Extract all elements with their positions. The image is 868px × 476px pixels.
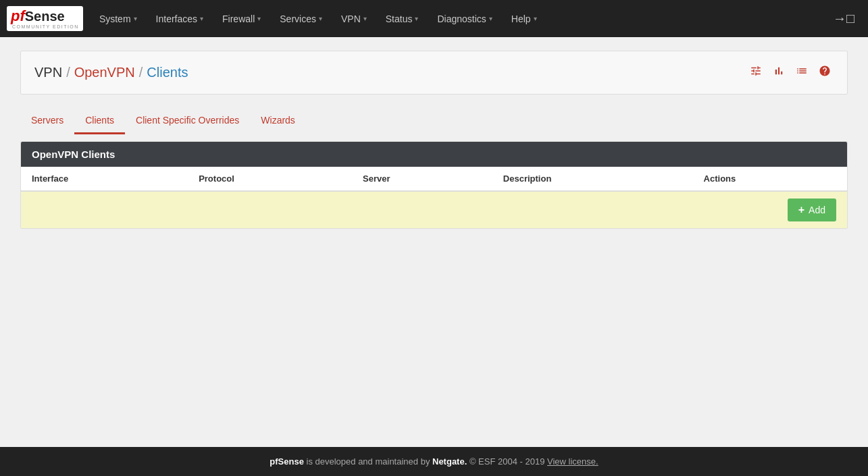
page-header: VPN / OpenVPN / Clients — [20, 51, 848, 95]
chevron-down-icon: ▾ — [257, 15, 261, 22]
nav-link-diagnostics[interactable]: Diagnostics ▾ — [428, 0, 501, 37]
col-actions: Actions — [693, 167, 847, 191]
breadcrumb: VPN / OpenVPN / Clients — [34, 65, 188, 80]
nav-item-firewall[interactable]: Firewall ▾ — [213, 0, 270, 37]
navbar: pf Sense COMMUNITY EDITION System ▾ Inte… — [0, 0, 868, 37]
breadcrumb-current: Clients — [147, 65, 188, 80]
col-description: Description — [492, 167, 693, 191]
navbar-right: →□ — [826, 11, 861, 26]
table-header-row: Interface Protocol Server Description Ac… — [21, 167, 847, 191]
panel-title: OpenVPN Clients — [21, 142, 847, 167]
nav-item-vpn[interactable]: VPN ▾ — [332, 0, 376, 37]
clients-table: Interface Protocol Server Description Ac… — [21, 167, 847, 192]
chevron-down-icon: ▾ — [200, 15, 203, 22]
nav-menu: System ▾ Interfaces ▾ Firewall ▾ Service… — [90, 0, 826, 37]
openvpn-clients-panel: OpenVPN Clients Interface Protocol Serve… — [20, 141, 848, 229]
nav-link-services[interactable]: Services ▾ — [270, 0, 332, 37]
nav-link-vpn[interactable]: VPN ▾ — [332, 0, 376, 37]
chevron-down-icon: ▾ — [489, 15, 492, 22]
chevron-down-icon: ▾ — [415, 15, 418, 22]
main-content: OpenVPN Clients Interface Protocol Serve… — [20, 141, 848, 229]
nav-link-firewall[interactable]: Firewall ▾ — [213, 0, 270, 37]
col-interface: Interface — [21, 167, 188, 191]
nav-item-diagnostics[interactable]: Diagnostics ▾ — [428, 0, 501, 37]
breadcrumb-openvpn[interactable]: OpenVPN — [74, 65, 135, 80]
chevron-down-icon: ▾ — [319, 15, 322, 22]
plus-icon: + — [798, 204, 805, 216]
chevron-down-icon: ▾ — [363, 15, 367, 22]
tab-servers[interactable]: Servers — [20, 108, 74, 134]
logout-icon[interactable]: →□ — [826, 11, 861, 26]
nav-item-interfaces[interactable]: Interfaces ▾ — [147, 0, 213, 37]
col-protocol: Protocol — [188, 167, 352, 191]
nav-item-system[interactable]: System ▾ — [90, 0, 147, 37]
chevron-down-icon: ▾ — [534, 15, 537, 22]
nav-link-system[interactable]: System ▾ — [90, 0, 147, 37]
list-icon[interactable] — [793, 63, 811, 82]
nav-link-status[interactable]: Status ▾ — [376, 0, 428, 37]
help-icon[interactable] — [816, 63, 834, 82]
tab-cso[interactable]: Client Specific Overrides — [125, 108, 250, 134]
logo-sense: Sense — [25, 9, 65, 24]
logo-pf: pf — [11, 8, 25, 24]
chevron-down-icon: ▾ — [134, 15, 137, 22]
tabs-container: Servers Clients Client Specific Override… — [20, 108, 848, 134]
add-area: + Add — [21, 192, 847, 228]
breadcrumb-root: VPN — [34, 65, 62, 80]
breadcrumb-sep1: / — [66, 65, 70, 80]
chart-icon[interactable] — [770, 63, 788, 82]
logo-community: COMMUNITY EDITION — [11, 24, 79, 30]
add-button[interactable]: + Add — [788, 199, 836, 221]
nav-link-help[interactable]: Help ▾ — [502, 0, 546, 37]
col-server: Server — [352, 167, 492, 191]
nav-item-help[interactable]: Help ▾ — [502, 0, 546, 37]
add-button-label: Add — [809, 205, 825, 215]
tab-clients[interactable]: Clients — [74, 108, 125, 134]
header-icons — [747, 63, 834, 82]
tab-wizards[interactable]: Wizards — [250, 108, 306, 134]
nav-link-interfaces[interactable]: Interfaces ▾ — [147, 0, 213, 37]
settings-icon[interactable] — [747, 63, 765, 82]
nav-item-services[interactable]: Services ▾ — [270, 0, 332, 37]
brand-logo: pf Sense COMMUNITY EDITION — [7, 6, 83, 32]
nav-item-status[interactable]: Status ▾ — [376, 0, 428, 37]
breadcrumb-sep2: / — [139, 65, 143, 80]
